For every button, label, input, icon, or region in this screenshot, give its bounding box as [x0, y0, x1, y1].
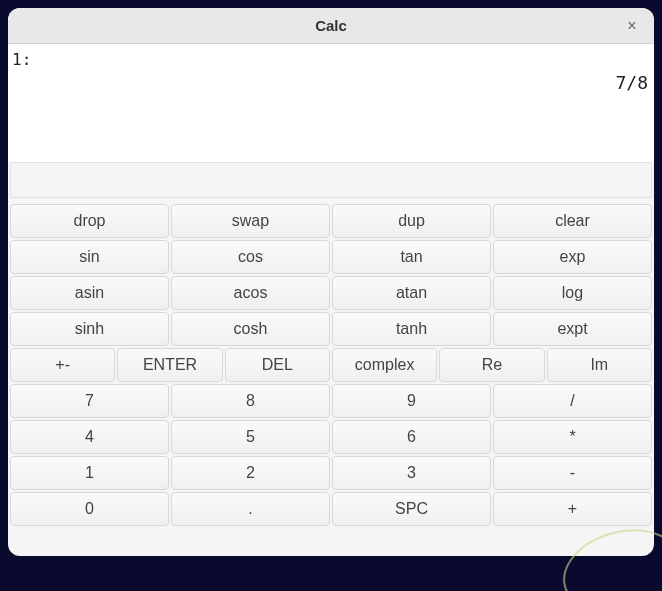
asin-button[interactable]: asin — [10, 276, 169, 310]
complex-button[interactable]: complex — [332, 348, 437, 382]
row-stack-ops: drop swap dup clear — [10, 204, 652, 238]
four-button[interactable]: 4 — [10, 420, 169, 454]
calc-display: 1: 7/8 — [8, 44, 654, 162]
nine-button[interactable]: 9 — [332, 384, 491, 418]
five-button[interactable]: 5 — [171, 420, 330, 454]
window-title: Calc — [315, 17, 347, 34]
zero-button[interactable]: 0 — [10, 492, 169, 526]
im-button[interactable]: Im — [547, 348, 652, 382]
drop-button[interactable]: drop — [10, 204, 169, 238]
row-456: 4 5 6 * — [10, 420, 652, 454]
seven-button[interactable]: 7 — [10, 384, 169, 418]
sin-button[interactable]: sin — [10, 240, 169, 274]
input-field[interactable] — [10, 162, 652, 198]
minus-button[interactable]: - — [493, 456, 652, 490]
del-button[interactable]: DEL — [225, 348, 330, 382]
eight-button[interactable]: 8 — [171, 384, 330, 418]
row-trig: sin cos tan exp — [10, 240, 652, 274]
row-inv-trig: asin acos atan log — [10, 276, 652, 310]
row-0: 0 . SPC + — [10, 492, 652, 526]
enter-button[interactable]: ENTER — [117, 348, 222, 382]
plusminus-button[interactable]: +- — [10, 348, 115, 382]
cosh-button[interactable]: cosh — [171, 312, 330, 346]
re-button[interactable]: Re — [439, 348, 544, 382]
keypad: drop swap dup clear sin cos tan exp asin… — [8, 202, 654, 528]
row-complex: +- ENTER DEL complex Re Im — [10, 348, 652, 382]
three-button[interactable]: 3 — [332, 456, 491, 490]
tan-button[interactable]: tan — [332, 240, 491, 274]
six-button[interactable]: 6 — [332, 420, 491, 454]
dup-button[interactable]: dup — [332, 204, 491, 238]
cos-button[interactable]: cos — [171, 240, 330, 274]
spc-button[interactable]: SPC — [332, 492, 491, 526]
sinh-button[interactable]: sinh — [10, 312, 169, 346]
acos-button[interactable]: acos — [171, 276, 330, 310]
row-hyp-trig: sinh cosh tanh expt — [10, 312, 652, 346]
one-button[interactable]: 1 — [10, 456, 169, 490]
swap-button[interactable]: swap — [171, 204, 330, 238]
decimal-button[interactable]: . — [171, 492, 330, 526]
log-button[interactable]: log — [493, 276, 652, 310]
row-789: 7 8 9 / — [10, 384, 652, 418]
row-123: 1 2 3 - — [10, 456, 652, 490]
atan-button[interactable]: atan — [332, 276, 491, 310]
clear-button[interactable]: clear — [493, 204, 652, 238]
calc-window: Calc × 1: 7/8 drop swap dup clear sin co… — [8, 8, 654, 556]
titlebar: Calc × — [8, 8, 654, 44]
multiply-button[interactable]: * — [493, 420, 652, 454]
tanh-button[interactable]: tanh — [332, 312, 491, 346]
plus-button[interactable]: + — [493, 492, 652, 526]
stack-label: 1: — [12, 50, 31, 69]
two-button[interactable]: 2 — [171, 456, 330, 490]
stack-value: 7/8 — [615, 72, 648, 93]
divide-button[interactable]: / — [493, 384, 652, 418]
exp-button[interactable]: exp — [493, 240, 652, 274]
close-icon[interactable]: × — [622, 16, 642, 36]
expt-button[interactable]: expt — [493, 312, 652, 346]
